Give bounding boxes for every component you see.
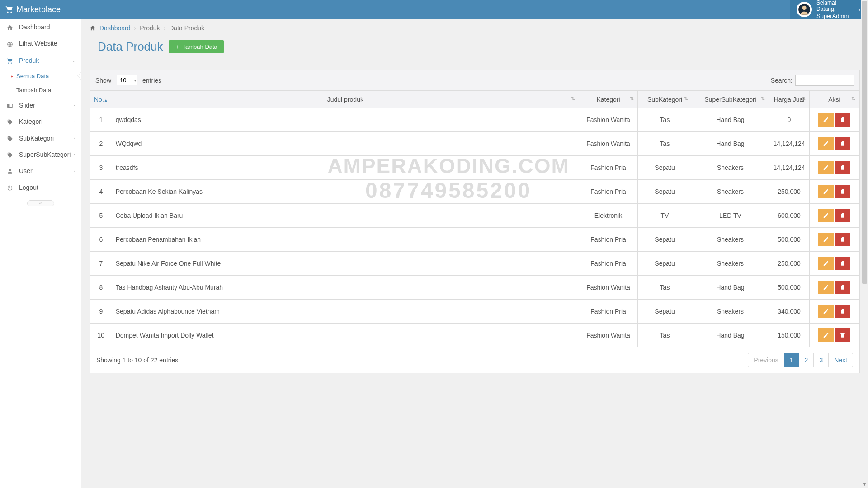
add-data-button[interactable]: Tambah Data [169, 40, 224, 53]
col-kategori[interactable]: Kategori [579, 91, 638, 108]
delete-button[interactable] [835, 137, 850, 150]
cell-no: 5 [90, 204, 112, 228]
cell-judul: Sepatu Nike Air Force One Full White [112, 252, 579, 276]
entries-select[interactable]: 10 [117, 75, 137, 85]
col-judul-produk[interactable]: Judul produk [112, 91, 579, 108]
cell-supersubkategori: Sneakers [692, 180, 769, 204]
sidebar-item-kategori[interactable]: Kategori‹ [0, 113, 81, 130]
page-header: Data Produk Tambah Data [90, 37, 860, 61]
welcome-label: Selamat Datang, [816, 0, 853, 13]
breadcrumb-home[interactable]: Dashboard [99, 24, 131, 32]
trash-icon [840, 332, 846, 338]
sidebar-item-lihat-website[interactable]: Lihat Website [0, 35, 81, 52]
cell-kategori: Fashion Wanita [579, 324, 638, 347]
cell-harga: 600,000 [769, 204, 810, 228]
pagination-previous[interactable]: Previous [748, 353, 784, 367]
sidebar-item-dashboard[interactable]: Dashboard [0, 19, 81, 35]
cell-supersubkategori: Hand Bag [692, 276, 769, 300]
user-text: Selamat Datang, SuperAdmin [816, 0, 853, 19]
table-row: 6Percobaan Penambahan IklanFashion PriaS… [90, 228, 859, 252]
cell-subkategori: Tas [638, 108, 692, 132]
edit-button[interactable] [818, 137, 834, 150]
cell-supersubkategori: Sneakers [692, 228, 769, 252]
delete-button[interactable] [835, 161, 850, 174]
user-menu[interactable]: Selamat Datang, SuperAdmin ▼ [790, 0, 868, 19]
brand[interactable]: Marketplace [0, 5, 573, 14]
cell-supersubkategori: Hand Bag [692, 132, 769, 156]
delete-button[interactable] [835, 281, 850, 294]
cell-supersubkategori: LED TV [692, 204, 769, 228]
cell-no: 3 [90, 156, 112, 180]
sidebar-subitem-tambah-data[interactable]: Tambah Data [0, 83, 81, 97]
col-harga-jual[interactable]: Harga Jual [769, 91, 810, 108]
delete-button[interactable] [835, 328, 850, 342]
col-aksi[interactable]: Aksi [810, 91, 859, 108]
tags-icon [5, 134, 14, 141]
sidebar-item-slider[interactable]: Slider‹ [0, 97, 81, 113]
pagination-page-3[interactable]: 3 [813, 353, 829, 367]
table-row: 4Percobaan Ke Sekian KalinyasFashion Pri… [90, 180, 859, 204]
cell-harga: 250,000 [769, 252, 810, 276]
sidebar-item-subkategori[interactable]: SubKategori‹ [0, 130, 81, 146]
delete-button[interactable] [835, 209, 850, 222]
delete-button[interactable] [835, 257, 850, 270]
cell-no: 7 [90, 252, 112, 276]
delete-button[interactable] [835, 113, 850, 127]
edit-button[interactable] [818, 281, 834, 294]
cell-no: 1 [90, 108, 112, 132]
delete-button[interactable] [835, 233, 850, 246]
delete-button[interactable] [835, 305, 850, 318]
scrollbar[interactable]: ▲ ▼ [861, 0, 868, 381]
edit-button[interactable] [818, 305, 834, 318]
cell-subkategori: Sepatu [638, 252, 692, 276]
cell-judul: Percobaan Penambahan Iklan [112, 228, 579, 252]
breadcrumb-middle: Produk [140, 24, 160, 32]
pencil-icon [823, 236, 829, 243]
edit-button[interactable] [818, 233, 834, 246]
search-input[interactable] [795, 75, 854, 86]
col-supersubkategori[interactable]: SuperSubKategori [692, 91, 769, 108]
cell-aksi [810, 204, 859, 228]
edit-button[interactable] [818, 113, 834, 127]
edit-button[interactable] [818, 185, 834, 198]
trash-icon [840, 284, 846, 291]
edit-button[interactable] [818, 328, 834, 342]
cell-supersubkategori: Hand Bag [692, 108, 769, 132]
pagination-page-2[interactable]: 2 [799, 353, 814, 367]
search-label: Search: [771, 77, 793, 84]
delete-button[interactable] [835, 185, 850, 198]
sidebar-subitem-semua-data[interactable]: Semua Data [0, 69, 81, 83]
edit-button[interactable] [818, 257, 834, 270]
cell-no: 6 [90, 228, 112, 252]
chevron-left-icon: ‹ [74, 103, 75, 108]
col-subkategori[interactable]: SubKategori [638, 91, 692, 108]
cell-supersubkategori: Sneakers [692, 156, 769, 180]
cell-harga: 500,000 [769, 276, 810, 300]
edit-button[interactable] [818, 161, 834, 174]
sidebar-item-user[interactable]: User‹ [0, 163, 81, 179]
cell-subkategori: TV [638, 204, 692, 228]
pencil-icon [823, 188, 829, 195]
collapse-sidebar-button[interactable]: « [27, 200, 54, 206]
cell-no: 4 [90, 180, 112, 204]
scroll-thumb[interactable] [862, 1, 867, 284]
pencil-icon [823, 141, 829, 147]
pagination-page-1[interactable]: 1 [784, 353, 799, 367]
pagination: Previous123Next [748, 353, 853, 367]
trash-icon [840, 164, 846, 171]
cell-aksi [810, 180, 859, 204]
table-row: 8Tas Handbag Ashanty Abu-Abu MurahFashio… [90, 276, 859, 300]
edit-button[interactable] [818, 209, 834, 222]
trash-icon [840, 117, 846, 123]
cell-judul: Coba Upload Iklan Baru [112, 204, 579, 228]
sidebar-item-produk[interactable]: Produk⌄ [0, 52, 81, 69]
col-no-[interactable]: No. [90, 91, 112, 108]
cell-kategori: Fashion Pria [579, 300, 638, 324]
trash-icon [840, 212, 846, 219]
cell-harga: 150,000 [769, 324, 810, 347]
main-content: Dashboard › Produk › Data Produk Data Pr… [81, 19, 868, 373]
sidebar-item-logout[interactable]: Logout [0, 179, 81, 195]
trash-icon [840, 141, 846, 147]
pagination-next[interactable]: Next [828, 353, 853, 367]
sidebar-item-supersubkategori[interactable]: SuperSubKategori‹ [0, 146, 81, 163]
